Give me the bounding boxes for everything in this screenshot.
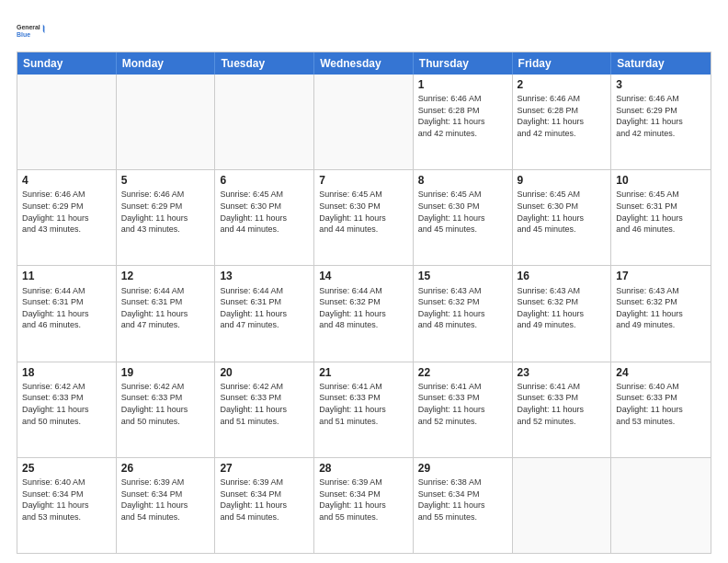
day-number: 14 [319,269,408,283]
logo: General Blue [17,17,46,46]
day-info: Sunrise: 6:42 AM Sunset: 6:33 PM Dayligh… [220,381,309,427]
cal-cell: 18Sunrise: 6:42 AM Sunset: 6:33 PM Dayli… [17,362,117,457]
calendar-body: 1Sunrise: 6:46 AM Sunset: 6:28 PM Daylig… [17,75,711,553]
cal-cell: 2Sunrise: 6:46 AM Sunset: 6:28 PM Daylig… [513,75,612,169]
day-info: Sunrise: 6:42 AM Sunset: 6:33 PM Dayligh… [22,381,111,427]
day-number: 22 [418,365,507,380]
cal-cell: 3Sunrise: 6:46 AM Sunset: 6:29 PM Daylig… [611,75,711,169]
day-info: Sunrise: 6:44 AM Sunset: 6:32 PM Dayligh… [319,285,408,331]
cal-cell: 7Sunrise: 6:45 AM Sunset: 6:30 PM Daylig… [314,170,414,265]
day-number: 18 [22,365,111,380]
day-number: 8 [418,173,507,188]
day-number: 23 [518,365,607,380]
header-cell-tuesday: Tuesday [215,52,314,75]
day-number: 27 [220,461,309,476]
cal-cell: 5Sunrise: 6:46 AM Sunset: 6:29 PM Daylig… [117,170,216,265]
day-info: Sunrise: 6:41 AM Sunset: 6:33 PM Dayligh… [418,381,507,427]
day-info: Sunrise: 6:46 AM Sunset: 6:28 PM Dayligh… [518,93,607,139]
day-number: 25 [22,461,111,476]
calendar-row-4: 25Sunrise: 6:40 AM Sunset: 6:34 PM Dayli… [17,457,711,553]
cal-cell: 4Sunrise: 6:46 AM Sunset: 6:29 PM Daylig… [17,170,117,265]
calendar-row-0: 1Sunrise: 6:46 AM Sunset: 6:28 PM Daylig… [17,75,711,169]
svg-text:General: General [17,24,40,30]
day-number: 24 [616,365,706,380]
cal-cell: 23Sunrise: 6:41 AM Sunset: 6:33 PM Dayli… [513,362,612,457]
day-info: Sunrise: 6:46 AM Sunset: 6:29 PM Dayligh… [22,189,111,235]
day-number: 6 [220,173,309,188]
day-info: Sunrise: 6:43 AM Sunset: 6:32 PM Dayligh… [616,285,706,331]
day-info: Sunrise: 6:44 AM Sunset: 6:31 PM Dayligh… [22,285,111,331]
calendar-header: SundayMondayTuesdayWednesdayThursdayFrid… [17,52,711,75]
day-info: Sunrise: 6:45 AM Sunset: 6:30 PM Dayligh… [418,189,507,235]
calendar: SundayMondayTuesdayWednesdayThursdayFrid… [17,52,711,554]
cal-cell: 27Sunrise: 6:39 AM Sunset: 6:34 PM Dayli… [215,458,314,553]
cal-cell: 1Sunrise: 6:46 AM Sunset: 6:28 PM Daylig… [414,75,513,169]
calendar-row-3: 18Sunrise: 6:42 AM Sunset: 6:33 PM Dayli… [17,362,711,457]
cal-cell: 17Sunrise: 6:43 AM Sunset: 6:32 PM Dayli… [611,266,711,361]
cal-cell: 21Sunrise: 6:41 AM Sunset: 6:33 PM Dayli… [314,362,414,457]
day-number: 28 [319,461,408,476]
logo-icon: General Blue [17,17,46,46]
day-info: Sunrise: 6:39 AM Sunset: 6:34 PM Dayligh… [121,477,210,523]
day-info: Sunrise: 6:46 AM Sunset: 6:29 PM Dayligh… [616,93,706,139]
cal-cell: 13Sunrise: 6:44 AM Sunset: 6:31 PM Dayli… [215,266,314,361]
day-number: 16 [518,269,607,283]
day-info: Sunrise: 6:46 AM Sunset: 6:28 PM Dayligh… [418,93,507,139]
cal-cell [611,458,711,553]
day-info: Sunrise: 6:39 AM Sunset: 6:34 PM Dayligh… [319,477,408,523]
day-number: 2 [518,77,607,92]
day-info: Sunrise: 6:40 AM Sunset: 6:34 PM Dayligh… [22,477,111,523]
svg-text:Blue: Blue [17,31,30,38]
day-number: 29 [418,461,507,476]
day-info: Sunrise: 6:38 AM Sunset: 6:34 PM Dayligh… [418,477,507,523]
cal-cell: 20Sunrise: 6:42 AM Sunset: 6:33 PM Dayli… [215,362,314,457]
day-number: 3 [616,77,706,92]
cal-cell: 25Sunrise: 6:40 AM Sunset: 6:34 PM Dayli… [17,458,117,553]
cal-cell: 29Sunrise: 6:38 AM Sunset: 6:34 PM Dayli… [414,458,513,553]
cal-cell: 11Sunrise: 6:44 AM Sunset: 6:31 PM Dayli… [17,266,117,361]
day-number: 26 [121,461,210,476]
day-info: Sunrise: 6:45 AM Sunset: 6:30 PM Dayligh… [518,189,607,235]
cal-cell: 12Sunrise: 6:44 AM Sunset: 6:31 PM Dayli… [117,266,216,361]
day-number: 11 [22,269,111,283]
day-number: 5 [121,173,210,188]
day-number: 10 [616,173,706,188]
cal-cell [513,458,612,553]
day-info: Sunrise: 6:41 AM Sunset: 6:33 PM Dayligh… [319,381,408,427]
day-info: Sunrise: 6:44 AM Sunset: 6:31 PM Dayligh… [220,285,309,331]
header-cell-wednesday: Wednesday [314,52,414,75]
svg-marker-2 [43,25,46,34]
header-cell-sunday: Sunday [17,52,117,75]
day-info: Sunrise: 6:46 AM Sunset: 6:29 PM Dayligh… [121,189,210,235]
day-number: 13 [220,269,309,283]
day-number: 4 [22,173,111,188]
day-info: Sunrise: 6:45 AM Sunset: 6:31 PM Dayligh… [616,189,706,235]
calendar-row-2: 11Sunrise: 6:44 AM Sunset: 6:31 PM Dayli… [17,265,711,361]
day-number: 1 [418,77,507,92]
day-number: 20 [220,365,309,380]
cal-cell: 24Sunrise: 6:40 AM Sunset: 6:33 PM Dayli… [611,362,711,457]
cal-cell: 22Sunrise: 6:41 AM Sunset: 6:33 PM Dayli… [414,362,513,457]
cal-cell [215,75,314,169]
cal-cell: 15Sunrise: 6:43 AM Sunset: 6:32 PM Dayli… [414,266,513,361]
header: General Blue [17,17,711,46]
header-cell-monday: Monday [117,52,216,75]
day-number: 9 [518,173,607,188]
day-number: 19 [121,365,210,380]
cal-cell: 9Sunrise: 6:45 AM Sunset: 6:30 PM Daylig… [513,170,612,265]
header-cell-saturday: Saturday [611,52,711,75]
cal-cell [314,75,414,169]
day-info: Sunrise: 6:45 AM Sunset: 6:30 PM Dayligh… [319,189,408,235]
cal-cell: 28Sunrise: 6:39 AM Sunset: 6:34 PM Dayli… [314,458,414,553]
day-info: Sunrise: 6:42 AM Sunset: 6:33 PM Dayligh… [121,381,210,427]
day-number: 17 [616,269,706,283]
header-cell-friday: Friday [513,52,612,75]
day-info: Sunrise: 6:45 AM Sunset: 6:30 PM Dayligh… [220,189,309,235]
cal-cell: 14Sunrise: 6:44 AM Sunset: 6:32 PM Dayli… [314,266,414,361]
header-cell-thursday: Thursday [414,52,513,75]
day-info: Sunrise: 6:39 AM Sunset: 6:34 PM Dayligh… [220,477,309,523]
cal-cell: 16Sunrise: 6:43 AM Sunset: 6:32 PM Dayli… [513,266,612,361]
day-info: Sunrise: 6:43 AM Sunset: 6:32 PM Dayligh… [518,285,607,331]
cal-cell: 19Sunrise: 6:42 AM Sunset: 6:33 PM Dayli… [117,362,216,457]
day-number: 12 [121,269,210,283]
